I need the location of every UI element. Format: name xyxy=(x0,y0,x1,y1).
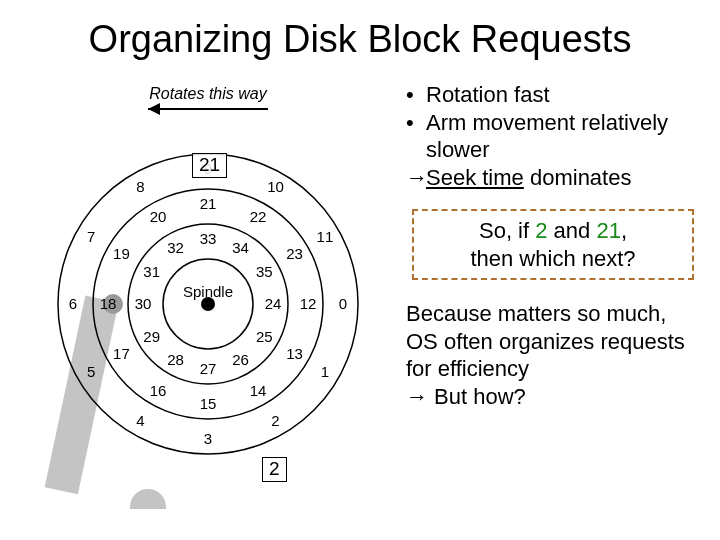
sector-number: 25 xyxy=(256,328,273,345)
sector-number: 33 xyxy=(200,230,217,247)
disk-diagram: Spindle Rotates this way 678910110123451… xyxy=(0,79,400,509)
sector-number: 29 xyxy=(143,328,160,345)
rotation-arrow: Rotates this way xyxy=(148,85,268,115)
sector-number: 34 xyxy=(232,239,249,256)
bullet-dot-icon: • xyxy=(406,81,426,109)
highlight-21: 21 xyxy=(192,153,227,178)
because-paragraph: Because matters so much, OS often organi… xyxy=(406,300,700,410)
sector-number: 6 xyxy=(69,295,77,312)
bullet-2-text: Arm movement relatively slower xyxy=(426,109,700,164)
arrow-icon: → xyxy=(406,164,426,192)
sector-number: 18 xyxy=(100,295,117,312)
sector-number: 23 xyxy=(286,245,303,262)
question-box: So, if 2 and 21, then which next? xyxy=(412,209,694,280)
sector-number: 31 xyxy=(143,263,160,280)
arrow-icon: → xyxy=(406,384,428,409)
question-line-2: then which next? xyxy=(422,245,684,273)
sector-number: 8 xyxy=(136,178,144,195)
svg-rect-0 xyxy=(45,295,119,494)
because-arrow-line: → But how? xyxy=(406,383,700,411)
sector-number: 1 xyxy=(321,363,329,380)
sector-number: 22 xyxy=(250,208,267,225)
sector-number: 13 xyxy=(286,345,303,362)
sector-number: 5 xyxy=(87,363,95,380)
highlight-2: 2 xyxy=(262,457,287,482)
sector-number: 7 xyxy=(87,228,95,245)
sector-number: 4 xyxy=(136,412,144,429)
sector-number: 3 xyxy=(204,430,212,447)
bullet-dot-icon: • xyxy=(406,109,426,164)
sector-number: 2 xyxy=(271,412,279,429)
sector-number: 20 xyxy=(150,208,167,225)
slide-title: Organizing Disk Block Requests xyxy=(0,18,720,61)
bullet-list: • Rotation fast • Arm movement relativel… xyxy=(406,81,700,191)
sector-number: 14 xyxy=(250,382,267,399)
bullet-1-text: Rotation fast xyxy=(426,81,550,109)
sector-number: 21 xyxy=(200,195,217,212)
sector-number: 32 xyxy=(167,239,184,256)
sector-number: 19 xyxy=(113,245,130,262)
arrow-line: → Seek time dominates xyxy=(406,164,700,192)
bullet-2: • Arm movement relatively slower xyxy=(406,109,700,164)
text-column: • Rotation fast • Arm movement relativel… xyxy=(400,79,700,509)
sector-number: 16 xyxy=(150,382,167,399)
sector-number: 28 xyxy=(167,351,184,368)
because-text: Because matters so much, OS often organi… xyxy=(406,300,700,383)
sector-number: 30 xyxy=(135,295,152,312)
disk-svg: Spindle Rotates this way 678910110123451… xyxy=(0,79,400,509)
svg-point-1 xyxy=(130,489,166,509)
sector-number: 26 xyxy=(232,351,249,368)
sector-number: 0 xyxy=(339,295,347,312)
sector-number: 27 xyxy=(200,360,217,377)
sector-number: 10 xyxy=(267,178,284,195)
sector-number: 24 xyxy=(265,295,282,312)
spindle-label: Spindle xyxy=(183,283,233,300)
sector-number: 11 xyxy=(317,228,334,245)
sector-number: 12 xyxy=(300,295,317,312)
bullet-1: • Rotation fast xyxy=(406,81,700,109)
svg-text:Rotates this way: Rotates this way xyxy=(149,85,267,102)
svg-marker-8 xyxy=(148,103,160,115)
sector-number: 35 xyxy=(256,263,273,280)
sector-number: 15 xyxy=(200,395,217,412)
content-area: Spindle Rotates this way 678910110123451… xyxy=(0,79,720,509)
arrow-text: Seek time dominates xyxy=(426,164,631,192)
question-line-1: So, if 2 and 21, xyxy=(422,217,684,245)
sector-number: 17 xyxy=(113,345,130,362)
